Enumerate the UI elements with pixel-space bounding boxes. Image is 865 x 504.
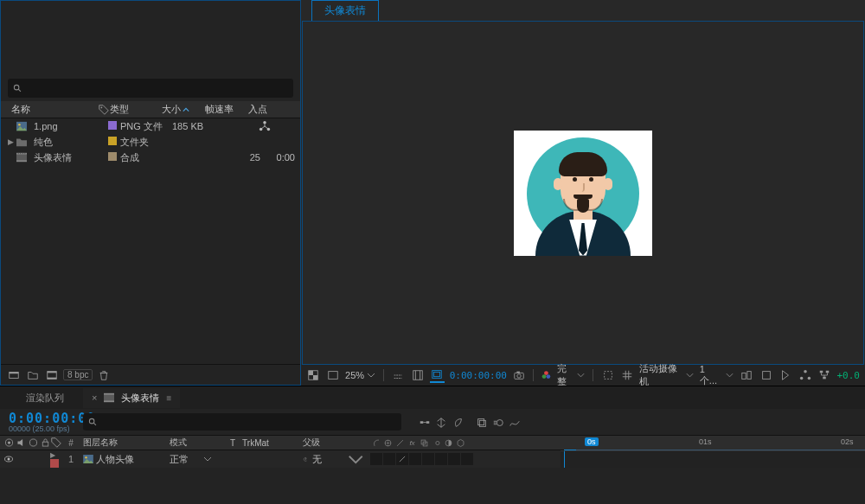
col-mode[interactable]: 模式 bbox=[164, 437, 230, 449]
camera-dropdown[interactable]: 活动摄像机 bbox=[639, 362, 694, 388]
svg-rect-56 bbox=[42, 442, 48, 446]
comp-icon bbox=[104, 392, 114, 403]
viewer-timecode[interactable]: 0:00:00:00 bbox=[450, 370, 507, 381]
panel-menu-icon[interactable]: ≡ bbox=[166, 393, 171, 403]
exposure-value[interactable]: +0.0 bbox=[836, 370, 860, 381]
col-size[interactable]: 大小 bbox=[158, 103, 202, 116]
new-folder-button[interactable] bbox=[25, 367, 41, 383]
interpret-footage-button[interactable] bbox=[6, 367, 22, 383]
transparency-grid-button[interactable] bbox=[411, 367, 426, 383]
project-item-row[interactable]: 头像表情 合成 25 0:00 bbox=[1, 150, 300, 165]
col-layer-name[interactable]: 图层名称 bbox=[78, 437, 164, 449]
grid-button[interactable] bbox=[620, 367, 635, 383]
pickwhip-icon[interactable] bbox=[303, 453, 309, 465]
project-item-row[interactable]: ▶ 纯色 文件夹 bbox=[1, 134, 300, 150]
svg-rect-23 bbox=[329, 372, 338, 380]
col-index[interactable]: # bbox=[64, 438, 78, 448]
pixel-aspect-button[interactable] bbox=[759, 367, 773, 383]
region-button[interactable] bbox=[600, 367, 615, 383]
snapshot-button[interactable] bbox=[512, 367, 527, 383]
parent-dropdown[interactable]: 无 bbox=[298, 453, 365, 466]
resolution-dropdown[interactable]: 完整 bbox=[557, 362, 586, 388]
svg-point-38 bbox=[799, 377, 803, 380]
frameblend-switch[interactable] bbox=[422, 453, 434, 465]
tab-render-queue[interactable]: 渲染队列 bbox=[17, 388, 73, 408]
viewer-tab[interactable]: 头像表情 bbox=[311, 0, 379, 21]
twirl-icon[interactable]: ▶ bbox=[50, 451, 55, 459]
col-in[interactable]: 入点 bbox=[245, 103, 279, 116]
video-column-icon[interactable] bbox=[3, 437, 15, 449]
svg-rect-16 bbox=[10, 372, 19, 373]
col-type[interactable]: 类型 bbox=[106, 103, 158, 116]
timeline-search[interactable] bbox=[83, 413, 401, 431]
motion-blur-button[interactable] bbox=[490, 414, 506, 430]
safe-zones-button[interactable] bbox=[430, 367, 445, 383]
svg-rect-19 bbox=[48, 377, 57, 379]
quality-switch[interactable] bbox=[396, 453, 408, 465]
label-swatch[interactable] bbox=[50, 459, 59, 468]
label-swatch[interactable] bbox=[108, 152, 117, 161]
toggle-mask-button[interactable] bbox=[326, 367, 341, 383]
item-in: 0:00 bbox=[264, 152, 298, 163]
timeline-button[interactable] bbox=[798, 367, 812, 383]
draft-quality-button[interactable] bbox=[391, 367, 406, 383]
views-dropdown[interactable]: 1 个... bbox=[700, 364, 734, 387]
audio-column-icon[interactable] bbox=[16, 437, 27, 449]
svg-line-47 bbox=[93, 423, 96, 425]
twirl-icon[interactable]: ▶ bbox=[8, 137, 16, 146]
col-tag[interactable] bbox=[94, 104, 106, 116]
graph-editor-button[interactable] bbox=[507, 414, 522, 430]
hide-shy-button[interactable] bbox=[450, 414, 465, 430]
shy-switch[interactable] bbox=[370, 453, 382, 465]
video-toggle[interactable] bbox=[3, 453, 15, 465]
col-fps[interactable]: 帧速率 bbox=[202, 103, 245, 116]
channel-icon[interactable] bbox=[541, 369, 552, 381]
bpc-button[interactable]: 8 bpc bbox=[63, 369, 93, 380]
layer-name[interactable]: 人物头像 bbox=[78, 453, 164, 466]
item-type: 文件夹 bbox=[117, 136, 169, 149]
tab-composition[interactable]: × 头像表情 ≡ bbox=[83, 388, 180, 408]
svg-rect-49 bbox=[426, 421, 430, 424]
close-icon[interactable]: × bbox=[92, 392, 97, 403]
col-label[interactable] bbox=[50, 437, 64, 449]
svg-rect-11 bbox=[18, 153, 19, 154]
collapse-switch[interactable] bbox=[383, 453, 395, 465]
comp-icon bbox=[16, 152, 27, 163]
3d-switch[interactable] bbox=[461, 453, 473, 465]
layer-row[interactable]: ▶ 1 人物头像 正常 无 bbox=[0, 450, 865, 468]
svg-point-55 bbox=[29, 439, 36, 446]
layer-track[interactable] bbox=[561, 450, 865, 468]
col-name[interactable]: 名称 bbox=[8, 103, 94, 116]
adjustment-switch[interactable] bbox=[448, 453, 460, 465]
flowchart-button[interactable] bbox=[817, 367, 832, 383]
comp-mini-flowchart-button[interactable] bbox=[417, 414, 432, 430]
blend-mode-dropdown[interactable]: 正常 bbox=[164, 453, 230, 466]
svg-point-39 bbox=[807, 377, 811, 380]
col-parent[interactable]: 父级 bbox=[298, 437, 365, 449]
project-item-row[interactable]: 1.png PNG 文件 185 KB bbox=[1, 118, 300, 134]
svg-rect-48 bbox=[420, 421, 424, 424]
viewer-canvas[interactable] bbox=[302, 21, 864, 365]
alpha-toggle-button[interactable] bbox=[306, 367, 321, 383]
item-type: 合成 bbox=[117, 151, 169, 164]
draft3d-button[interactable] bbox=[433, 414, 449, 430]
svg-rect-26 bbox=[434, 372, 440, 376]
svg-rect-12 bbox=[20, 153, 21, 154]
solo-column-icon[interactable] bbox=[28, 437, 39, 449]
label-swatch[interactable] bbox=[108, 137, 117, 145]
col-trkmat[interactable]: TTrkMat bbox=[230, 438, 298, 448]
delete-button[interactable] bbox=[96, 367, 112, 383]
motionblur-switch[interactable] bbox=[435, 453, 447, 465]
svg-rect-34 bbox=[742, 373, 746, 379]
fx-switch[interactable] bbox=[409, 453, 421, 465]
svg-rect-51 bbox=[479, 420, 485, 426]
item-name: 头像表情 bbox=[30, 151, 105, 164]
label-swatch[interactable] bbox=[108, 121, 117, 130]
item-name: 纯色 bbox=[30, 136, 105, 149]
new-comp-button[interactable] bbox=[44, 367, 60, 383]
frame-blend-button[interactable] bbox=[474, 414, 490, 430]
project-search[interactable] bbox=[8, 79, 293, 98]
zoom-dropdown[interactable]: 25% bbox=[345, 370, 376, 380]
fast-preview-button[interactable] bbox=[778, 367, 793, 383]
share-view-button[interactable] bbox=[740, 367, 754, 383]
